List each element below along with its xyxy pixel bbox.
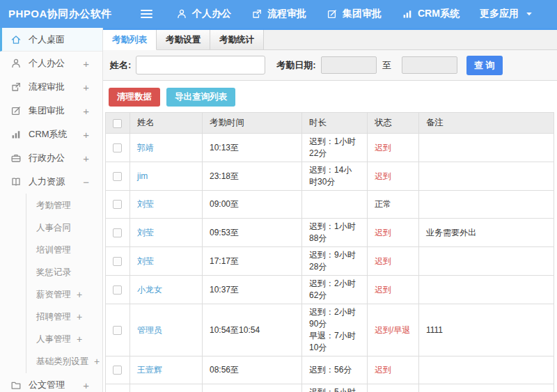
- name-input[interactable]: [136, 56, 265, 75]
- expand-toggle-icon[interactable]: +: [77, 289, 82, 300]
- row-checkbox[interactable]: [113, 143, 122, 152]
- status-badge: 迟到/早退: [375, 325, 410, 335]
- employee-name-link[interactable]: jim: [137, 171, 148, 181]
- book-icon: [10, 176, 22, 187]
- expand-toggle-icon[interactable]: +: [83, 379, 89, 391]
- employee-name-link[interactable]: 管理员: [137, 325, 162, 335]
- sidebar-item-label: 行政办公: [29, 152, 65, 164]
- employee-name-link[interactable]: 刘莹: [137, 256, 154, 266]
- duration-cell: 迟到：56分: [302, 356, 368, 384]
- name-cell: 管理员: [130, 304, 203, 356]
- name-cell: 郭靖: [130, 134, 203, 162]
- name-cell: 王壹辉: [130, 356, 203, 384]
- sidebar-item-5[interactable]: 行政办公+: [0, 146, 102, 170]
- expand-toggle-icon[interactable]: +: [83, 152, 89, 164]
- row-checkbox[interactable]: [113, 228, 122, 237]
- sidebar-item-0[interactable]: 个人桌面: [0, 28, 102, 52]
- expand-toggle-icon[interactable]: −: [83, 176, 89, 188]
- sidebar-item-3[interactable]: 集团审批+: [0, 99, 102, 123]
- search-button[interactable]: 查 询: [466, 56, 503, 75]
- row-checkbox[interactable]: [113, 200, 122, 209]
- expand-toggle-icon[interactable]: +: [83, 58, 89, 70]
- sidebar-subitem-label: 奖惩记录: [36, 267, 71, 279]
- sidebar-subitem-7[interactable]: 考勤管理: [26, 194, 102, 217]
- row-checkbox[interactable]: [113, 366, 122, 375]
- select-all-checkbox[interactable]: [113, 119, 122, 128]
- doc-icon: [10, 379, 22, 391]
- row-checkbox[interactable]: [113, 257, 122, 266]
- status-badge: 迟到: [375, 285, 391, 295]
- app-title: PHPOA协同办公软件: [0, 8, 132, 21]
- sidebar-subitem-label: 人事管理: [36, 334, 71, 345]
- tab-2[interactable]: 考勤统计: [210, 30, 264, 49]
- attendance-time-cell: 13:20至13:20: [203, 384, 302, 392]
- export-list-button[interactable]: 导出查询列表: [166, 88, 235, 107]
- nav-item-0[interactable]: 个人办公: [176, 8, 231, 20]
- nav-item-1[interactable]: 流程审批: [251, 8, 306, 20]
- checkbox-cell: [106, 219, 130, 247]
- sidebar-item-2[interactable]: 流程审批+: [0, 75, 102, 99]
- tab-1[interactable]: 考勤设置: [157, 30, 210, 49]
- status-cell: 迟到: [368, 356, 419, 384]
- duration-line: 迟到：5小时33分: [309, 386, 360, 392]
- sidebar-item-label: 个人办公: [29, 57, 65, 70]
- employee-name-link[interactable]: 小龙女: [137, 285, 162, 295]
- sidebar-subitem-11[interactable]: 薪资管理+: [26, 283, 102, 306]
- date-from-input[interactable]: [321, 56, 377, 74]
- date-to-input[interactable]: [402, 56, 457, 74]
- tab-0[interactable]: 考勤列表: [103, 30, 157, 50]
- sidebar-item-15[interactable]: 公文管理+: [0, 373, 102, 392]
- status-cell: 正常: [368, 191, 419, 219]
- sidebar-subitem-label: 薪资管理: [36, 289, 71, 301]
- sidebar-item-label: 公文管理: [29, 379, 65, 391]
- sidebar-item-4[interactable]: CRM系统+: [0, 123, 102, 146]
- menu-icon[interactable]: [141, 10, 152, 19]
- expand-toggle-icon[interactable]: +: [94, 356, 100, 367]
- chart-icon: [10, 129, 22, 140]
- expand-toggle-icon[interactable]: +: [83, 81, 89, 93]
- nav-item-3[interactable]: CRM系统: [402, 8, 460, 20]
- sidebar-subitem-10[interactable]: 奖惩记录: [26, 261, 102, 283]
- edit-icon: [10, 105, 22, 116]
- status-badge: 迟到: [375, 256, 391, 266]
- expand-toggle-icon[interactable]: +: [83, 105, 89, 117]
- attendance-time-cell: 23:18至: [203, 162, 302, 191]
- column-header-0: 姓名: [130, 113, 203, 134]
- sidebar-subitem-13[interactable]: 人事管理+: [26, 328, 102, 350]
- sidebar-item-6[interactable]: 人力资源−: [0, 170, 102, 194]
- expand-toggle-icon[interactable]: +: [77, 334, 82, 345]
- sidebar-item-1[interactable]: 个人办公+: [0, 52, 102, 75]
- sidebar-subitem-8[interactable]: 人事合同: [26, 217, 102, 239]
- row-checkbox[interactable]: [113, 326, 122, 335]
- duration-cell: 迟到：14小时30分: [302, 162, 368, 191]
- chart-icon: [402, 8, 413, 19]
- main-panel: 考勤列表考勤设置考勤统计 姓名: 考勤日期: 至 查 询 清理数据 导出查询列表…: [103, 28, 557, 392]
- employee-name-link[interactable]: 郭靖: [137, 143, 154, 152]
- edit-icon: [327, 8, 338, 19]
- attendance-time-cell: 09:53至: [203, 219, 302, 247]
- employee-name-link[interactable]: 刘莹: [137, 199, 154, 209]
- table-body: 郭靖10:13至迟到：1小时22分迟到jim23:18至迟到：14小时30分迟到…: [106, 134, 554, 392]
- duration-line: 迟到：9小时28分: [309, 249, 360, 273]
- expand-toggle-icon[interactable]: +: [77, 311, 82, 322]
- row-checkbox[interactable]: [113, 285, 122, 295]
- note-cell: [419, 384, 554, 392]
- row-checkbox[interactable]: [113, 172, 122, 181]
- sidebar-item-label: 人力资源: [29, 175, 65, 188]
- note-cell: [419, 276, 554, 304]
- clear-data-button[interactable]: 清理数据: [109, 88, 160, 107]
- employee-name-link[interactable]: 王壹辉: [137, 365, 162, 375]
- sidebar-subitem-12[interactable]: 招聘管理+: [26, 306, 102, 328]
- sidebar-subitem-14[interactable]: 基础类别设置+: [26, 350, 102, 373]
- employee-name-link[interactable]: 刘莹: [137, 228, 154, 237]
- sidebar-subitem-9[interactable]: 培训管理: [26, 239, 102, 261]
- sidebar-subitem-label: 培训管理: [36, 244, 71, 256]
- duration-cell: 迟到：2小时90分早退：7小时10分: [302, 304, 368, 356]
- nav-item-2[interactable]: 集团审批: [327, 8, 382, 20]
- user-icon: [10, 58, 22, 69]
- nav-item-4[interactable]: 更多应用: [480, 8, 535, 20]
- expand-toggle-icon[interactable]: +: [83, 129, 89, 141]
- duration-line: 迟到：2小时90分: [309, 306, 360, 330]
- checkbox-cell: [106, 304, 130, 356]
- checkbox-cell: [106, 384, 130, 392]
